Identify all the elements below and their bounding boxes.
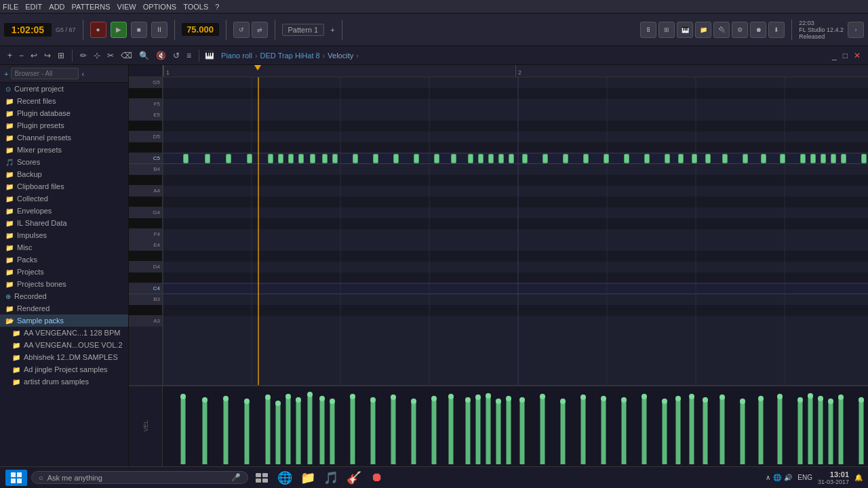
menu-tools[interactable]: TOOLS bbox=[183, 3, 208, 11]
sidebar-item-rendered[interactable]: 📁 Rendered bbox=[0, 302, 128, 314]
note[interactable] bbox=[583, 154, 589, 163]
note[interactable] bbox=[353, 154, 358, 163]
add-folder-icon[interactable]: + bbox=[4, 70, 8, 78]
taskbar-app1[interactable]: 🎵 bbox=[321, 468, 340, 487]
plugin-btn[interactable]: 🔌 bbox=[713, 22, 730, 38]
note[interactable] bbox=[831, 154, 836, 163]
key-b4[interactable]: B4 bbox=[129, 164, 162, 175]
sidebar-item-impulses[interactable]: 📁 Impulses bbox=[0, 229, 128, 241]
menu-add[interactable]: ADD bbox=[49, 3, 64, 11]
draw-tool-btn[interactable]: ✏ bbox=[78, 49, 89, 62]
note[interactable] bbox=[743, 154, 748, 163]
tray-expand[interactable]: ∧ bbox=[766, 474, 770, 481]
note[interactable] bbox=[563, 154, 568, 163]
taskbar-record-app[interactable]: ⏺ bbox=[368, 468, 387, 487]
sidebar-item-envelopes[interactable]: 📁 Envelopes bbox=[0, 205, 128, 217]
key-fs5[interactable] bbox=[129, 88, 162, 99]
key-d5[interactable]: D5 bbox=[129, 131, 162, 142]
key-cs5[interactable] bbox=[129, 142, 162, 153]
delete-tool-btn[interactable]: ✂ bbox=[105, 49, 116, 62]
breadcrumb-piano-roll[interactable]: Piano roll bbox=[221, 52, 252, 60]
sidebar-back-icon[interactable]: ‹ bbox=[81, 70, 84, 78]
channel-btn[interactable]: ⊞ bbox=[658, 22, 675, 38]
sidebar-item-current-project[interactable]: ⊙ Current project bbox=[0, 83, 128, 95]
fl-expand-btn[interactable]: › bbox=[848, 22, 864, 38]
sync-btn[interactable]: ⇌ bbox=[252, 22, 268, 38]
key-a3[interactable]: A3 bbox=[129, 316, 162, 327]
note[interactable] bbox=[780, 154, 785, 163]
start-button[interactable] bbox=[5, 470, 27, 486]
sidebar-item-aa-128bpm[interactable]: 📁 AA VENGEANC...1 128 BPM bbox=[0, 327, 128, 339]
key-c5[interactable]: C5 bbox=[129, 153, 162, 164]
sidebar-item-scores[interactable]: 🎵 Scores bbox=[0, 156, 128, 168]
sidebar-item-il-shared[interactable]: 📁 IL Shared Data bbox=[0, 217, 128, 229]
menu-options[interactable]: OPTIONS bbox=[143, 3, 177, 11]
key-f5[interactable]: F5 bbox=[129, 99, 162, 110]
note[interactable] bbox=[522, 154, 528, 163]
sidebar-item-ad-jingle[interactable]: 📁 Ad jingle Project samples bbox=[0, 363, 128, 375]
note[interactable] bbox=[183, 154, 189, 163]
mixer-btn[interactable]: 🎚 bbox=[640, 22, 656, 38]
key-ds4[interactable] bbox=[129, 251, 162, 262]
note[interactable] bbox=[722, 154, 728, 163]
pause-button[interactable]: ⏸ bbox=[151, 22, 167, 38]
key-gs4[interactable] bbox=[129, 197, 162, 207]
export-btn[interactable]: ⬇ bbox=[768, 22, 785, 38]
note[interactable] bbox=[644, 154, 650, 163]
taskbar-chrome[interactable]: 🌐 bbox=[275, 468, 294, 487]
note[interactable] bbox=[226, 154, 231, 163]
browser-btn[interactable]: 📁 bbox=[695, 22, 711, 38]
close-btn[interactable]: ✕ bbox=[852, 49, 863, 62]
task-view-button[interactable] bbox=[252, 468, 271, 487]
menu-edit[interactable]: EDIT bbox=[25, 3, 42, 11]
note[interactable] bbox=[604, 154, 609, 163]
sidebar-item-collected[interactable]: 📁 Collected bbox=[0, 192, 128, 205]
sidebar-item-recorded[interactable]: ⊕ Recorded bbox=[0, 290, 128, 302]
select-tool-btn[interactable]: ⊹ bbox=[92, 49, 102, 62]
key-c4[interactable]: C4 bbox=[129, 283, 162, 294]
note[interactable] bbox=[414, 154, 419, 163]
minimize-btn[interactable]: _ bbox=[830, 49, 839, 62]
pattern-add-btn[interactable]: + bbox=[330, 26, 334, 34]
network-icon[interactable]: 🌐 bbox=[773, 474, 781, 481]
zoom-out-btn[interactable]: − bbox=[17, 49, 26, 62]
sidebar-item-packs[interactable]: 📁 Packs bbox=[0, 253, 128, 266]
taskbar-explorer[interactable]: 📁 bbox=[298, 468, 317, 487]
taskbar-app2[interactable]: 🎸 bbox=[344, 468, 363, 487]
sidebar-item-mixer-presets[interactable]: 📁 Mixer presets bbox=[0, 144, 128, 156]
sidebar-item-artist-drum[interactable]: 📁 artist drum samples bbox=[0, 375, 128, 388]
mute-tool-btn[interactable]: 🔇 bbox=[154, 49, 168, 62]
sidebar-item-projects-bones[interactable]: 📁 Projects bones bbox=[0, 278, 128, 290]
note[interactable] bbox=[810, 154, 816, 163]
zoom-in-btn[interactable]: + bbox=[5, 49, 14, 62]
sidebar-search-input[interactable] bbox=[11, 68, 79, 79]
menu-patterns[interactable]: PATTERNS bbox=[72, 3, 111, 11]
key-ds5[interactable] bbox=[129, 121, 162, 131]
sidebar-item-projects[interactable]: 📁 Projects bbox=[0, 266, 128, 278]
sidebar-item-channel-presets[interactable]: 📁 Channel presets bbox=[0, 131, 128, 144]
loop-tool-btn[interactable]: ↺ bbox=[171, 49, 182, 62]
key-d4[interactable]: D4 bbox=[129, 262, 162, 272]
bpm-display[interactable]: 75.000 bbox=[182, 23, 219, 36]
note[interactable] bbox=[821, 154, 826, 163]
play-button[interactable]: ▶ bbox=[111, 22, 127, 38]
undo-btn[interactable]: ↩ bbox=[28, 49, 39, 62]
piano-roll-btn[interactable]: 🎹 bbox=[677, 22, 693, 38]
note[interactable] bbox=[624, 154, 629, 163]
zoom-tool-btn[interactable]: 🔍 bbox=[137, 49, 151, 62]
note[interactable] bbox=[665, 154, 670, 163]
key-b3[interactable]: B3 bbox=[129, 294, 162, 305]
stop-button[interactable]: ■ bbox=[131, 22, 147, 38]
system-clock[interactable]: 13:01 31-03-2017 bbox=[818, 470, 849, 485]
note[interactable] bbox=[434, 154, 439, 163]
note[interactable] bbox=[247, 154, 252, 163]
record-button[interactable]: ● bbox=[90, 22, 106, 38]
note[interactable] bbox=[393, 154, 399, 163]
loop-btn[interactable]: ↺ bbox=[233, 22, 250, 38]
snap-btn[interactable]: ⊞ bbox=[56, 49, 66, 62]
velocity-bars[interactable] bbox=[163, 386, 868, 466]
note[interactable] bbox=[278, 154, 283, 163]
sidebar-item-backup[interactable]: 📁 Backup bbox=[0, 168, 128, 180]
note[interactable] bbox=[678, 154, 684, 163]
lang-indicator[interactable]: ENG bbox=[797, 474, 812, 481]
